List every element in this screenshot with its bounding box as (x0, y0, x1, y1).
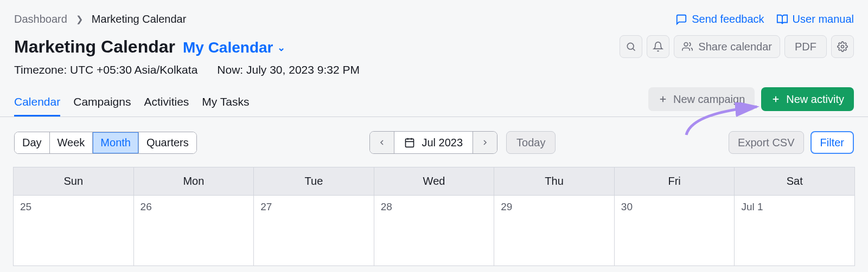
gear-icon (837, 41, 848, 52)
prev-month-button[interactable] (370, 132, 394, 153)
view-quarters[interactable]: Quarters (139, 132, 196, 153)
svg-rect-8 (406, 139, 414, 147)
new-activity-label: New activity (786, 93, 844, 106)
timezone-text: Timezone: UTC +05:30 Asia/Kolkata (14, 63, 197, 76)
view-week[interactable]: Week (50, 132, 93, 153)
calendar-cell[interactable]: Jul 1 (735, 196, 855, 266)
share-calendar-label: Share calendar (698, 41, 772, 53)
new-campaign-label: New campaign (673, 93, 745, 106)
svg-point-2 (685, 43, 688, 47)
weekday-tue: Tue (254, 167, 374, 196)
calendar-cell[interactable]: 28 (374, 196, 495, 266)
plus-icon (771, 94, 781, 104)
date-label: Jul 2023 (422, 137, 463, 149)
calendar-cell[interactable]: 26 (134, 196, 254, 266)
calendar-cell[interactable]: 29 (494, 196, 615, 266)
next-month-button[interactable] (473, 132, 497, 153)
weekday-wed: Wed (374, 167, 495, 196)
book-icon (776, 14, 788, 25)
calendar-grid: Sun Mon Tue Wed Thu Fri Sat 25 26 27 28 … (13, 167, 855, 266)
calendar-cell[interactable]: 27 (254, 196, 374, 266)
new-activity-button[interactable]: New activity (761, 87, 854, 111)
view-toggle: Day Week Month Quarters (14, 132, 197, 154)
chevron-left-icon (378, 138, 386, 147)
plus-icon (658, 94, 668, 104)
tab-calendar[interactable]: Calendar (14, 92, 60, 116)
tabs: Calendar Campaigns Activities My Tasks (14, 92, 249, 116)
svg-point-0 (628, 43, 634, 49)
svg-point-3 (841, 46, 844, 48)
today-button[interactable]: Today (506, 131, 556, 154)
calendar-selector[interactable]: My Calendar ⌄ (183, 39, 286, 56)
chevron-down-icon: ⌄ (277, 42, 285, 54)
chevron-right-icon (481, 138, 489, 147)
weekday-mon: Mon (134, 167, 254, 196)
view-day[interactable]: Day (15, 132, 50, 153)
user-manual-link[interactable]: User manual (776, 13, 854, 25)
now-text: Now: July 30, 2023 9:32 PM (217, 63, 360, 76)
weekday-sun: Sun (14, 167, 134, 196)
weekday-fri: Fri (615, 167, 735, 196)
tab-activities[interactable]: Activities (144, 92, 189, 116)
user-manual-label: User manual (793, 13, 854, 25)
chevron-right-icon: ❯ (76, 14, 83, 24)
view-month[interactable]: Month (93, 132, 139, 153)
calendar-cell[interactable]: 25 (14, 196, 134, 266)
calendar-icon (404, 137, 415, 148)
search-button[interactable] (620, 35, 642, 58)
bell-icon (653, 41, 663, 52)
settings-button[interactable] (831, 35, 854, 58)
send-feedback-link[interactable]: Send feedback (675, 13, 764, 25)
breadcrumb: Dashboard ❯ Marketing Calendar (14, 13, 186, 25)
date-display[interactable]: Jul 2023 (394, 132, 473, 153)
new-campaign-button[interactable]: New campaign (648, 87, 755, 111)
svg-line-1 (633, 49, 635, 51)
tab-my-tasks[interactable]: My Tasks (202, 92, 249, 116)
chat-icon (675, 14, 687, 25)
weekday-sat: Sat (735, 167, 855, 196)
tab-campaigns[interactable]: Campaigns (73, 92, 131, 116)
share-calendar-button[interactable]: Share calendar (674, 35, 780, 58)
send-feedback-label: Send feedback (692, 13, 764, 25)
pdf-button[interactable]: PDF (784, 35, 827, 58)
weekday-thu: Thu (494, 167, 615, 196)
pdf-label: PDF (795, 41, 816, 53)
people-icon (682, 41, 693, 52)
filter-button[interactable]: Filter (810, 131, 854, 154)
page-title: Marketing Calendar (14, 37, 175, 57)
calendar-name-label: My Calendar (183, 39, 273, 56)
date-picker: Jul 2023 (369, 131, 497, 154)
breadcrumb-current: Marketing Calendar (92, 13, 187, 25)
calendar-cell[interactable]: 30 (615, 196, 735, 266)
breadcrumb-root[interactable]: Dashboard (14, 13, 67, 25)
calendar-row: 25 26 27 28 29 30 Jul 1 (14, 196, 855, 266)
calendar-header: Sun Mon Tue Wed Thu Fri Sat (14, 167, 855, 196)
notifications-button[interactable] (647, 35, 669, 58)
search-icon (626, 41, 636, 52)
export-csv-button[interactable]: Export CSV (729, 131, 803, 154)
